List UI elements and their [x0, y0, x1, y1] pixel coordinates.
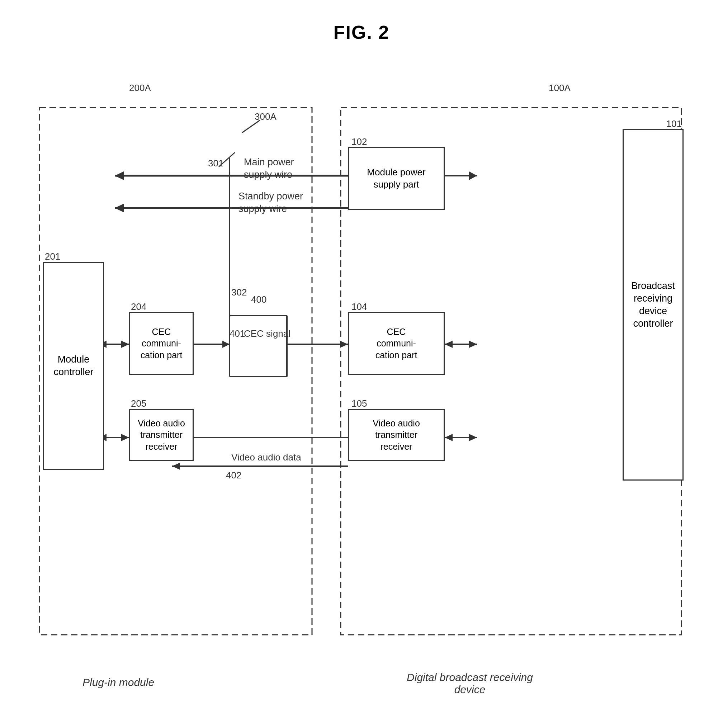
vat-105-box: Video audiotransmitterreceiver [348, 409, 445, 461]
ref-100a-label: 100A [549, 83, 570, 93]
ref-302-label: 302 [231, 287, 247, 298]
ref-101: 101 [666, 118, 682, 130]
cec-signal-label: CEC signal [244, 328, 290, 339]
svg-marker-22 [445, 434, 452, 441]
video-audio-data-label: Video audio data [231, 452, 301, 463]
svg-marker-15 [121, 341, 129, 348]
ref-300a-label: 300A [255, 111, 277, 122]
ref-102: 102 [352, 136, 367, 147]
standby-power-label: Standby powersupply wire [238, 190, 303, 215]
vat-205-box: Video audiotransmitterreceiver [129, 409, 194, 461]
svg-marker-4 [115, 171, 124, 180]
svg-marker-28 [469, 341, 477, 348]
ref-204: 204 [131, 301, 146, 312]
svg-marker-34 [172, 463, 180, 470]
ref-104: 104 [352, 301, 367, 312]
ref-201: 201 [45, 251, 60, 262]
svg-marker-23 [469, 434, 477, 441]
ref-200a-label: 200A [129, 83, 151, 93]
ref-401-label: 401 [229, 328, 245, 339]
svg-marker-27 [445, 341, 452, 348]
module-controller-box: Modulecontroller [43, 262, 104, 470]
cec-204-box: CECcommuni-cation part [129, 312, 194, 375]
svg-marker-12 [340, 341, 348, 348]
main-power-label: Main powersupply wire [244, 156, 294, 181]
ref-105: 105 [352, 398, 367, 409]
svg-marker-6 [115, 204, 124, 212]
ref-400-label: 400 [251, 294, 266, 305]
ref-301-label: 301 [208, 158, 223, 169]
page-title: FIG. 2 [0, 0, 723, 43]
ref-205: 205 [131, 398, 146, 409]
module-power-box: Module powersupply part [348, 147, 445, 210]
broadcast-controller-box: Broadcastreceivingdevicecontroller [622, 129, 683, 480]
plugin-module-label: Plug-in module [83, 676, 154, 688]
svg-marker-25 [469, 171, 477, 180]
cec-104-box: CECcommuni-cation part [348, 312, 445, 375]
svg-marker-18 [121, 434, 129, 441]
digital-broadcast-label: Digital broadcast receivingdevice [344, 671, 595, 696]
svg-marker-10 [222, 341, 229, 348]
ref-402-label: 402 [226, 470, 242, 481]
diagram-container: 200A 100A 300A 301 302 400 401 CEC signa… [36, 64, 687, 699]
